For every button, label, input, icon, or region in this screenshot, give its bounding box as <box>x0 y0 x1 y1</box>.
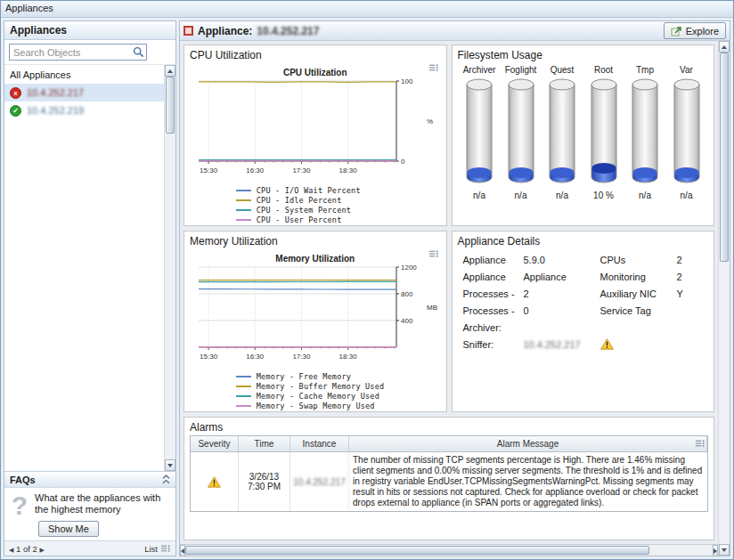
legend-item: Memory - Free Memory <box>236 371 395 381</box>
gauge-value: 10 % <box>593 191 614 200</box>
gauge-label: Foglight <box>505 65 537 75</box>
filesystem-gauges: Archivern/aFoglightn/aQuestn/aRoot10 %Tm… <box>458 63 709 200</box>
gauge-value: n/a <box>515 191 527 200</box>
table-options-icon[interactable] <box>695 439 705 448</box>
legend-label: Memory - Free Memory <box>257 372 351 381</box>
legend-swatch <box>236 209 251 211</box>
scroll-thumb[interactable] <box>720 53 729 262</box>
chart-title: Memory Utilization <box>275 254 355 264</box>
cpu-chart-legend: CPU - I/O Wait PercentCPU - Idle Percent… <box>190 185 441 224</box>
cylinder-graphic <box>503 77 539 189</box>
svg-text:0: 0 <box>401 158 405 166</box>
details-grid: Appliance5.9.0CPUs2ApplianceApplianceMon… <box>458 251 709 353</box>
chart-options-icon[interactable] <box>428 63 439 72</box>
list-mode-control[interactable]: List <box>144 544 171 554</box>
prev-page-arrow-icon[interactable]: ◀ <box>9 547 13 553</box>
detail-label: Auxiliary NIC <box>600 288 677 299</box>
legend-label: Memory - Buffer Memory Used <box>257 382 385 391</box>
faq-title: FAQs <box>10 475 36 485</box>
faq-section: FAQs ? What are the appliances with the … <box>4 471 175 540</box>
svg-text:400: 400 <box>401 317 413 325</box>
legend-label: CPU - System Percent <box>257 206 351 215</box>
list-section-label: All Appliances <box>4 65 164 84</box>
details-row: ApplianceApplianceMonitoring2 <box>458 268 709 285</box>
chart-title: CPU Utilization <box>283 68 347 77</box>
cpu-utilization-panel: CPU Utilization CPU Utilization 15:3016:… <box>184 45 447 226</box>
details-row: Sniffer:10.4.252.217 <box>458 336 709 353</box>
main-scrollbar[interactable] <box>718 41 730 556</box>
search-input[interactable] <box>10 46 130 59</box>
alarm-row[interactable]: 3/26/13 7:30 PM10.4.252.217The number of… <box>191 452 707 511</box>
filesystem-gauge: Archivern/a <box>460 65 500 200</box>
scroll-thumb[interactable] <box>166 77 175 134</box>
legend-label: Memory - Swap Memory Used <box>257 402 375 410</box>
faq-header[interactable]: FAQs <box>4 472 175 488</box>
warning-icon <box>208 476 221 488</box>
appliances-window: Appliances Appliances All Appliances x10… <box>0 0 734 560</box>
explore-button[interactable]: Explore <box>664 22 726 39</box>
horizontal-scrollbar[interactable] <box>180 544 718 556</box>
gauge-label: Root <box>594 65 613 75</box>
gauge-label: Tmp <box>636 65 654 75</box>
warning-icon <box>600 338 614 350</box>
legend-label: Memory - Cache Memory Used <box>257 392 379 401</box>
appliance-list-item[interactable]: ✓10.4.252.219 <box>4 101 164 119</box>
svg-text:15:30: 15:30 <box>200 353 218 361</box>
right-arrow-icon <box>714 548 717 554</box>
svg-text:15:30: 15:30 <box>200 166 218 174</box>
filesystem-usage-panel: Filesystem Usage Archivern/aFoglightn/aQ… <box>452 45 715 226</box>
question-mark-icon: ? <box>8 492 31 537</box>
left-arrow-icon <box>181 548 184 554</box>
panel-title: Appliance Details <box>458 235 709 248</box>
dashboard-grid: CPU Utilization CPU Utilization 15:3016:… <box>180 41 718 544</box>
detail-label: Archiver: <box>463 322 524 333</box>
filesystem-gauge: Foglightn/a <box>501 65 541 200</box>
window-titlebar: Appliances <box>1 1 733 18</box>
legend-item: Memory - Buffer Memory Used <box>236 381 395 391</box>
filesystem-gauge: Varn/a <box>666 65 706 200</box>
window-title: Appliances <box>5 3 53 13</box>
legend-item: CPU - System Percent <box>236 205 395 215</box>
legend-swatch <box>236 190 251 191</box>
detail-value: 5.9.0 <box>524 255 600 265</box>
scroll-down-button[interactable] <box>165 459 175 471</box>
legend-swatch <box>236 386 251 387</box>
appliance-list-item[interactable]: x10.4.252.217 <box>4 84 164 101</box>
alarm-column-header[interactable]: Time <box>239 436 290 451</box>
scroll-up-button[interactable] <box>165 65 175 77</box>
detail-value: 10.4.252.217 <box>524 339 600 350</box>
search-icon[interactable] <box>130 46 146 58</box>
svg-text:17:30: 17:30 <box>292 353 311 361</box>
alarm-severity-cell <box>191 452 239 511</box>
detail-warning <box>600 338 677 350</box>
alarm-column-header[interactable]: Instance <box>290 436 349 451</box>
svg-text:18:30: 18:30 <box>339 353 358 361</box>
sidebar: Appliances All Appliances x10.4.252.217✓… <box>4 20 176 556</box>
detail-value: Y <box>677 288 709 299</box>
cylinder-graphic <box>461 77 497 189</box>
legend-label: CPU - User Percent <box>257 215 342 224</box>
show-me-button[interactable]: Show Me <box>38 521 99 537</box>
scroll-down-button[interactable] <box>719 544 730 556</box>
legend-item: CPU - User Percent <box>236 215 395 224</box>
scroll-track[interactable] <box>185 545 713 556</box>
scroll-up-button[interactable] <box>719 41 730 53</box>
alarm-column-header[interactable]: Severity <box>191 436 239 451</box>
details-row: Processes -0Service Tag <box>458 302 709 319</box>
main-header-label: Appliance: <box>198 25 252 37</box>
scroll-track[interactable] <box>719 53 730 544</box>
scroll-thumb[interactable] <box>185 546 649 555</box>
sidebar-scrollbar[interactable] <box>164 65 175 471</box>
legend-swatch <box>236 376 251 377</box>
detail-label: Processes - <box>463 305 524 316</box>
legend-swatch <box>236 395 251 397</box>
collapse-chevrons-icon[interactable] <box>162 475 170 484</box>
list-options-icon[interactable] <box>160 544 171 553</box>
cylinder-graphic <box>586 77 622 189</box>
next-page-arrow-icon[interactable]: ▶ <box>39 547 44 553</box>
chart-options-icon[interactable] <box>428 249 439 258</box>
detail-value: 2 <box>677 272 709 282</box>
alarm-column-header[interactable]: Alarm Message <box>349 436 707 451</box>
svg-text:100: 100 <box>401 77 413 85</box>
scroll-track[interactable] <box>165 77 175 459</box>
